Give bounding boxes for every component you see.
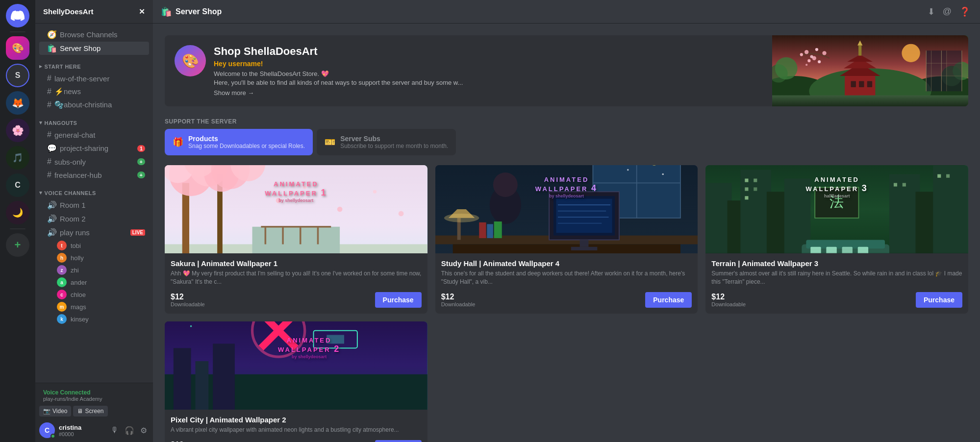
avatar-zhi: z	[57, 265, 67, 275]
server-divider	[10, 31, 25, 32]
add-server-button[interactable]: +	[6, 233, 29, 257]
channel-freelancer[interactable]: # freelancer-hub +	[39, 169, 149, 181]
product-desc-terrain: Summer's almost over all it's still rain…	[711, 270, 962, 286]
download-button[interactable]: ⬇	[926, 4, 937, 19]
product-desc-study: This one's for all the student and deep …	[441, 270, 692, 286]
channel-room2[interactable]: 🔊 Room 2	[39, 212, 149, 225]
channel-about[interactable]: # 🫧about-christina	[39, 98, 149, 111]
server-icon-6[interactable]: 🌙	[6, 201, 29, 224]
mention-button[interactable]: @	[941, 4, 954, 19]
shop-description: Welcome to the ShellaDoesArt Store. 💖Her…	[214, 70, 762, 87]
video-button[interactable]: 📷 Video	[39, 406, 71, 417]
server-header[interactable]: ShellyDoesArt ✕	[35, 0, 153, 24]
server-subs-tab[interactable]: 🎫 Server Subs Subscribe to support me mo…	[317, 129, 456, 155]
product-card-terrain[interactable]: 法 ANIMATED WALLPAPER 3 halllladesart Ter…	[705, 165, 968, 314]
voice-member-holly[interactable]: h holly	[39, 252, 149, 264]
screen-button[interactable]: 🖥 Screen	[73, 406, 107, 417]
category-label-2: HANGOUTS	[45, 120, 77, 126]
shop-banner-left: 🎨 Shop ShellaDoesArt Hey username! Welco…	[165, 35, 772, 106]
channel-general[interactable]: # general-chat	[39, 128, 149, 141]
purchase-button-terrain[interactable]: Purchase	[916, 292, 962, 308]
show-more-link[interactable]: Show more →	[214, 89, 254, 97]
purchase-button-wallpaper2[interactable]: Purchase	[375, 440, 422, 442]
svg-rect-102	[894, 183, 897, 187]
channel-play-runs[interactable]: 🔊 play runs LIVE	[39, 226, 149, 239]
channel-subs[interactable]: # subs-only +	[39, 155, 149, 168]
chevron-icon-2: ▾	[39, 120, 43, 126]
product-image-wallpaper2: ANIMATED WALLPAPER 2 by shellydeosart	[165, 321, 427, 410]
settings-button[interactable]: ⚙	[138, 424, 149, 437]
svg-point-18	[807, 59, 810, 62]
compass-icon: 🧭	[47, 30, 57, 39]
svg-point-22	[810, 55, 813, 58]
server-shop-item[interactable]: 🛍️ Server Shop	[39, 42, 149, 55]
svg-rect-99	[745, 188, 749, 191]
user-avatar-letter: C	[45, 426, 50, 434]
user-controls: 🎙 🎧 ⚙	[109, 424, 149, 437]
product-card-study[interactable]: ANIMATED WALLPAPER 4 by shellydeosart St…	[435, 165, 698, 314]
channel-room1[interactable]: 🔊 Room 1	[39, 198, 149, 212]
svg-point-23	[800, 53, 803, 56]
general-icon: #	[47, 130, 51, 139]
category-hangouts[interactable]: ▾ HANGOUTS	[35, 112, 153, 128]
server-icon-2[interactable]: 🦊	[6, 91, 29, 115]
svg-rect-119	[174, 348, 191, 410]
browse-channels-item[interactable]: 🧭 Browse Channels	[39, 28, 149, 41]
svg-rect-28	[926, 50, 947, 91]
products-tab[interactable]: 🎁 Products Snag some Downloadables or sp…	[165, 129, 313, 155]
member-name-kinsey: kinsey	[71, 316, 89, 323]
products-tab-content: Products Snag some Downloadables or spec…	[188, 135, 305, 149]
voice-member-ander[interactable]: a ander	[39, 276, 149, 288]
server-subs-label: Server Subs	[340, 135, 448, 143]
svg-point-20	[818, 60, 821, 63]
server-icon-shellyart[interactable]: 🎨	[6, 36, 29, 60]
svg-rect-112	[842, 247, 853, 253]
category-label: START HERE	[45, 64, 81, 70]
wallpaper3-label: ANIMATED WALLPAPER 3 halllladesart	[806, 176, 868, 198]
channel-law[interactable]: # law-of-the-server	[39, 72, 149, 85]
user-avatar: C	[39, 422, 55, 438]
category-start-here[interactable]: ▸ START HERE	[35, 55, 153, 72]
shop-avatar: 🎨	[175, 45, 206, 76]
discord-home-button[interactable]	[6, 4, 29, 27]
category-voice[interactable]: ▾ VOICE CHANNELS	[35, 182, 153, 198]
svg-rect-17	[867, 81, 872, 87]
product-card-sakura[interactable]: ANIMATED WALLPAPER 1 by shellydeosart Sa…	[165, 165, 427, 314]
help-button[interactable]: ❓	[957, 4, 972, 19]
svg-rect-104	[938, 174, 941, 178]
svg-rect-85	[479, 222, 486, 238]
svg-rect-97	[745, 179, 749, 182]
svg-point-6	[775, 57, 798, 80]
purchase-button-sakura[interactable]: Purchase	[375, 292, 422, 308]
mute-button[interactable]: 🎙	[109, 424, 121, 437]
voice-member-zhi[interactable]: z zhi	[39, 264, 149, 276]
server-icon-4[interactable]: 🎵	[6, 146, 29, 170]
svg-point-59	[373, 190, 377, 194]
svg-point-58	[337, 207, 343, 212]
server-icon-5[interactable]: C	[6, 173, 29, 197]
voice-member-kinsey[interactable]: k kinsey	[39, 313, 149, 325]
type-terrain: Downloadable	[711, 301, 746, 307]
svg-rect-110	[811, 247, 821, 253]
channel-project[interactable]: 💬 project-sharing 1	[39, 142, 149, 155]
voice-member-mags[interactable]: m mags	[39, 301, 149, 313]
header-actions: ⬇ @ ❓	[926, 4, 972, 19]
server-icon-3[interactable]: 🌸	[6, 119, 29, 142]
shop-banner: 🎨 Shop ShellaDoesArt Hey username! Welco…	[165, 35, 968, 106]
channel-news[interactable]: # ⚡news	[39, 85, 149, 98]
price-sakura: $12	[171, 293, 205, 301]
purchase-button-study[interactable]: Purchase	[645, 292, 692, 308]
voice-channel-name: play-runs/Indie Academy	[43, 396, 145, 402]
product-price-sakura: $12 Downloadable	[171, 293, 205, 307]
deafen-button[interactable]: 🎧	[123, 424, 136, 437]
voice-member-chloe[interactable]: c chloe	[39, 289, 149, 300]
member-name-ander: ander	[71, 279, 87, 286]
channel-name-subs: subs-only	[54, 158, 134, 166]
main-header: 🛍️ Server Shop ⬇ @ ❓	[153, 0, 980, 24]
server-shop-label: Server Shop	[60, 44, 145, 52]
product-card-wallpaper2[interactable]: ANIMATED WALLPAPER 2 by shellydeosart Pi…	[165, 321, 427, 442]
user-tag: #0000	[59, 431, 105, 437]
voice-member-tobi[interactable]: t tobi	[39, 240, 149, 251]
type-sakura: Downloadable	[171, 301, 205, 307]
server-icon-1[interactable]: S	[6, 64, 29, 87]
